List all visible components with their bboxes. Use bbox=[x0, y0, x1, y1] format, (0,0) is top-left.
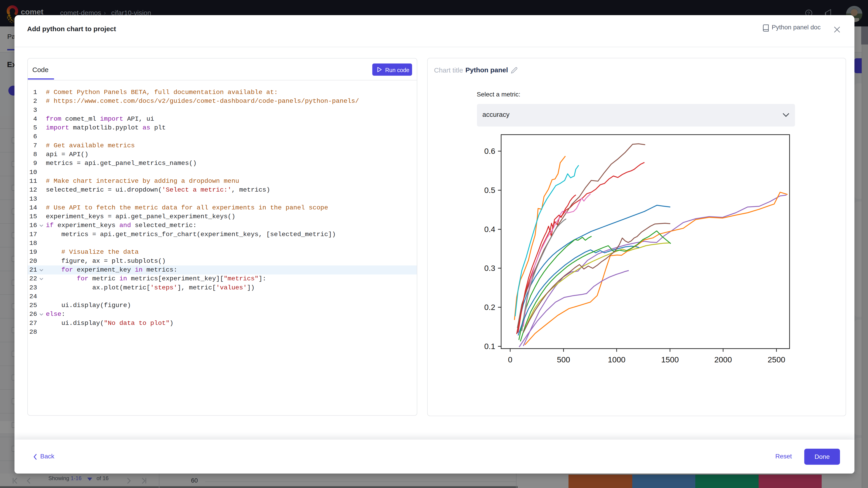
svg-text:1500: 1500 bbox=[661, 355, 679, 364]
svg-text:0: 0 bbox=[508, 355, 512, 364]
svg-text:0.6: 0.6 bbox=[484, 147, 495, 156]
svg-text:0.5: 0.5 bbox=[484, 186, 495, 195]
svg-text:2500: 2500 bbox=[768, 355, 785, 364]
svg-text:0.1: 0.1 bbox=[484, 342, 495, 351]
svg-text:500: 500 bbox=[557, 355, 570, 364]
svg-text:0.2: 0.2 bbox=[484, 303, 495, 312]
svg-text:0.4: 0.4 bbox=[484, 225, 495, 234]
svg-text:1000: 1000 bbox=[608, 355, 625, 364]
svg-text:0.3: 0.3 bbox=[484, 264, 495, 272]
svg-text:2000: 2000 bbox=[714, 355, 732, 364]
